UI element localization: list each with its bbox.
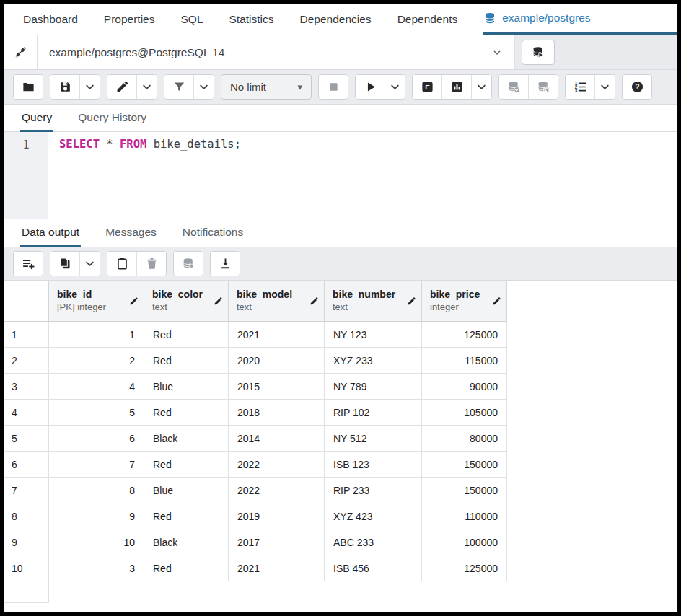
commit-button[interactable] — [499, 75, 528, 99]
download-results-button[interactable] — [211, 252, 240, 276]
cell-bike-color[interactable]: Red — [144, 452, 229, 478]
tab-data-output[interactable]: Data output — [20, 219, 81, 247]
row-number-cell[interactable]: 9 — [4, 529, 49, 555]
row-number-cell[interactable]: 6 — [4, 452, 49, 478]
new-connection-button[interactable] — [522, 40, 555, 65]
cell-bike-price[interactable]: 90000 — [422, 374, 507, 400]
tab-query[interactable]: Query — [20, 105, 53, 132]
cell-bike-model[interactable]: 2021 — [229, 555, 325, 581]
rollback-button[interactable] — [529, 75, 558, 99]
cell-bike-id[interactable]: 10 — [49, 529, 144, 555]
column-header-bike-number[interactable]: bike_numbertext — [325, 281, 422, 322]
cell-bike-model[interactable]: 2019 — [229, 503, 325, 529]
cell-bike-price[interactable]: 150000 — [422, 478, 507, 503]
cell-bike-id[interactable]: 8 — [49, 478, 144, 503]
cell-bike-number[interactable]: ISB 456 — [325, 555, 422, 581]
edit-button[interactable] — [107, 75, 136, 99]
tab-query-tool[interactable]: example/postgres — [483, 4, 677, 35]
sql-code-line[interactable]: SELECT * FROM bike_details; — [48, 132, 677, 219]
macros-options-button[interactable] — [595, 75, 615, 99]
execute-options-button[interactable] — [385, 75, 405, 99]
connection-status-button[interactable] — [4, 35, 38, 69]
copy-button[interactable] — [50, 252, 79, 276]
row-number-cell[interactable]: 2 — [4, 348, 49, 374]
cell-bike-color[interactable]: Blue — [144, 478, 229, 503]
cell-bike-id[interactable]: 4 — [49, 374, 144, 400]
cell-bike-color[interactable]: Red — [144, 348, 229, 374]
tab-notifications[interactable]: Notifications — [181, 219, 245, 247]
macros-button[interactable]: 123 — [566, 75, 594, 99]
cell-bike-color[interactable]: Red — [144, 322, 229, 348]
execute-query-button[interactable] — [356, 75, 385, 99]
open-file-button[interactable] — [14, 75, 43, 99]
cell-bike-id[interactable]: 9 — [49, 503, 144, 529]
cell-bike-price[interactable]: 105000 — [422, 400, 507, 426]
column-header-bike-model[interactable]: bike_modeltext — [229, 281, 325, 322]
cell-bike-number[interactable]: RIP 102 — [325, 400, 422, 426]
save-file-button[interactable] — [50, 75, 79, 99]
cell-bike-number[interactable]: RIP 233 — [325, 478, 422, 503]
cell-bike-number[interactable]: ISB 123 — [325, 452, 422, 478]
cell-bike-color[interactable]: Black — [144, 426, 229, 452]
row-number-cell[interactable]: 5 — [4, 426, 49, 452]
cell-bike-id[interactable]: 3 — [49, 555, 144, 581]
row-number-cell[interactable]: 10 — [4, 555, 49, 581]
cell-bike-number[interactable]: XYZ 233 — [325, 348, 422, 374]
cell-bike-number[interactable]: NY 512 — [325, 426, 422, 452]
cell-bike-color[interactable]: Black — [144, 529, 229, 555]
column-header-bike-color[interactable]: bike_colortext — [144, 281, 229, 322]
paste-button[interactable] — [107, 252, 136, 276]
tab-dependents[interactable]: Dependents — [397, 4, 458, 35]
explain-button[interactable]: E — [413, 75, 441, 99]
help-button[interactable]: ? — [623, 75, 651, 99]
row-number-cell[interactable]: 8 — [4, 503, 49, 529]
row-limit-select[interactable]: No limit▾ — [221, 74, 312, 100]
new-row-gutter-stub[interactable] — [4, 581, 49, 603]
tab-sql[interactable]: SQL — [180, 4, 203, 35]
cell-bike-model[interactable]: 2015 — [229, 374, 325, 400]
cell-bike-model[interactable]: 2021 — [229, 322, 325, 348]
cell-bike-number[interactable]: XYZ 423 — [325, 503, 422, 529]
add-row-button[interactable] — [14, 252, 43, 276]
cell-bike-price[interactable]: 100000 — [422, 529, 507, 555]
cell-bike-id[interactable]: 2 — [49, 348, 144, 374]
cell-bike-model[interactable]: 2014 — [229, 426, 325, 452]
cell-bike-id[interactable]: 7 — [49, 452, 144, 478]
cell-bike-price[interactable]: 150000 — [422, 452, 507, 478]
cell-bike-number[interactable]: NY 789 — [325, 374, 422, 400]
row-number-cell[interactable]: 1 — [4, 322, 49, 348]
save-options-button[interactable] — [80, 75, 100, 99]
cell-bike-color[interactable]: Blue — [144, 374, 229, 400]
filter-button[interactable] — [164, 75, 193, 99]
connection-select[interactable]: example/postgres@PostgreSQL 14 — [38, 35, 515, 69]
cell-bike-price[interactable]: 125000 — [422, 322, 507, 348]
cell-bike-color[interactable]: Red — [144, 555, 229, 581]
cell-bike-model[interactable]: 2017 — [229, 529, 325, 555]
tab-properties[interactable]: Properties — [104, 4, 155, 35]
explain-analyze-button[interactable] — [442, 75, 471, 99]
cell-bike-price[interactable]: 80000 — [422, 426, 507, 452]
tab-messages[interactable]: Messages — [104, 219, 158, 247]
cell-bike-price[interactable]: 115000 — [422, 348, 507, 374]
tab-dependencies[interactable]: Dependencies — [300, 4, 372, 35]
tab-statistics[interactable]: Statistics — [229, 4, 274, 35]
tab-query-history[interactable]: Query History — [76, 105, 148, 132]
cell-bike-color[interactable]: Red — [144, 400, 229, 426]
sql-editor[interactable]: 1 SELECT * FROM bike_details; — [4, 132, 677, 219]
row-number-cell[interactable]: 3 — [4, 374, 49, 400]
filter-options-button[interactable] — [194, 75, 214, 99]
cell-bike-price[interactable]: 125000 — [422, 555, 507, 581]
cancel-query-button[interactable] — [319, 75, 348, 99]
tab-dashboard[interactable]: Dashboard — [23, 4, 78, 35]
edit-options-button[interactable] — [137, 75, 157, 99]
cell-bike-id[interactable]: 6 — [49, 426, 144, 452]
save-data-changes-button[interactable] — [174, 252, 203, 276]
cell-bike-model[interactable]: 2018 — [229, 400, 325, 426]
cell-bike-number[interactable]: ABC 233 — [325, 529, 422, 555]
cell-bike-price[interactable]: 110000 — [422, 503, 507, 529]
row-number-cell[interactable]: 4 — [4, 400, 49, 426]
cell-bike-id[interactable]: 5 — [49, 400, 144, 426]
cell-bike-color[interactable]: Red — [144, 503, 229, 529]
cell-bike-model[interactable]: 2022 — [229, 478, 325, 503]
column-header-bike-price[interactable]: bike_priceinteger — [422, 281, 507, 322]
